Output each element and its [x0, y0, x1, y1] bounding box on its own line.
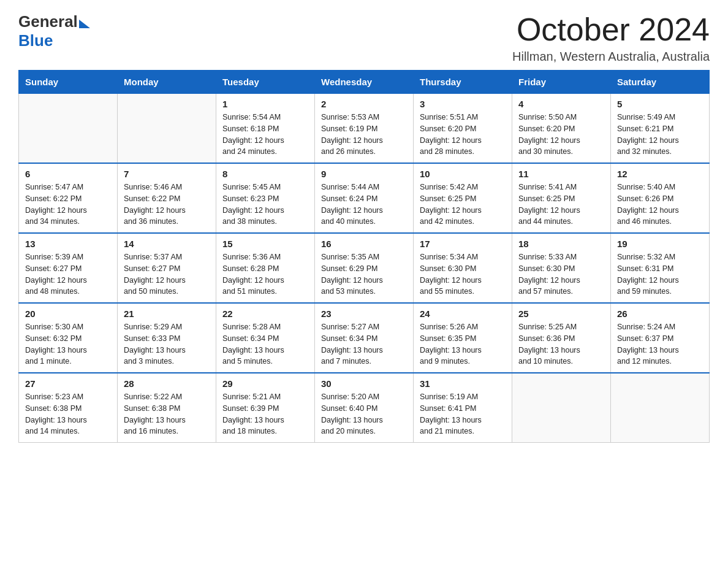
day-number: 25 — [518, 308, 604, 319]
day-info: Sunrise: 5:30 AMSunset: 6:32 PMDaylight:… — [25, 321, 111, 367]
day-info: Sunrise: 5:37 AMSunset: 6:27 PMDaylight:… — [124, 251, 210, 297]
calendar-cell: 4Sunrise: 5:50 AMSunset: 6:20 PMDaylight… — [512, 94, 611, 164]
calendar-week-1: 1Sunrise: 5:54 AMSunset: 6:18 PMDaylight… — [19, 94, 710, 164]
calendar-cell — [512, 373, 611, 443]
day-number: 1 — [222, 99, 308, 109]
day-info: Sunrise: 5:28 AMSunset: 6:34 PMDaylight:… — [222, 321, 308, 367]
day-number: 7 — [124, 169, 210, 179]
day-info: Sunrise: 5:51 AMSunset: 6:20 PMDaylight:… — [420, 112, 506, 158]
location-title: Hillman, Western Australia, Australia — [512, 50, 710, 64]
logo: General Blue — [18, 12, 90, 50]
month-title: October 2024 — [512, 12, 710, 47]
calendar-week-4: 20Sunrise: 5:30 AMSunset: 6:32 PMDayligh… — [19, 303, 710, 373]
calendar-cell: 24Sunrise: 5:26 AMSunset: 6:35 PMDayligh… — [414, 303, 512, 373]
day-info: Sunrise: 5:29 AMSunset: 6:33 PMDaylight:… — [124, 321, 210, 367]
day-number: 5 — [617, 99, 703, 109]
day-number: 15 — [222, 239, 308, 249]
calendar-cell: 18Sunrise: 5:33 AMSunset: 6:30 PMDayligh… — [512, 233, 611, 303]
calendar-cell: 7Sunrise: 5:46 AMSunset: 6:22 PMDaylight… — [118, 163, 216, 233]
day-number: 13 — [25, 239, 111, 249]
day-number: 24 — [420, 308, 506, 319]
day-info: Sunrise: 5:36 AMSunset: 6:28 PMDaylight:… — [222, 251, 308, 297]
day-info: Sunrise: 5:53 AMSunset: 6:19 PMDaylight:… — [321, 112, 407, 158]
calendar-cell: 5Sunrise: 5:49 AMSunset: 6:21 PMDaylight… — [611, 94, 710, 164]
day-info: Sunrise: 5:32 AMSunset: 6:31 PMDaylight:… — [617, 251, 703, 297]
calendar-cell: 21Sunrise: 5:29 AMSunset: 6:33 PMDayligh… — [118, 303, 216, 373]
day-info: Sunrise: 5:44 AMSunset: 6:24 PMDaylight:… — [321, 182, 407, 228]
calendar-cell: 14Sunrise: 5:37 AMSunset: 6:27 PMDayligh… — [118, 233, 216, 303]
day-number: 17 — [420, 239, 506, 249]
day-info: Sunrise: 5:27 AMSunset: 6:34 PMDaylight:… — [321, 321, 407, 367]
calendar-week-2: 6Sunrise: 5:47 AMSunset: 6:22 PMDaylight… — [19, 163, 710, 233]
day-number: 4 — [518, 99, 604, 109]
calendar-cell: 30Sunrise: 5:20 AMSunset: 6:40 PMDayligh… — [315, 373, 414, 443]
day-info: Sunrise: 5:19 AMSunset: 6:41 PMDaylight:… — [420, 391, 506, 437]
day-number: 19 — [617, 239, 703, 249]
calendar-header-row: SundayMondayTuesdayWednesdayThursdayFrid… — [19, 71, 710, 94]
day-info: Sunrise: 5:26 AMSunset: 6:35 PMDaylight:… — [420, 321, 506, 367]
day-number: 26 — [617, 308, 703, 319]
day-info: Sunrise: 5:23 AMSunset: 6:38 PMDaylight:… — [25, 391, 111, 437]
weekday-header-friday: Friday — [512, 71, 611, 94]
day-number: 2 — [321, 99, 407, 109]
calendar-cell: 6Sunrise: 5:47 AMSunset: 6:22 PMDaylight… — [19, 163, 118, 233]
weekday-header-tuesday: Tuesday — [216, 71, 315, 94]
calendar-cell: 17Sunrise: 5:34 AMSunset: 6:30 PMDayligh… — [414, 233, 512, 303]
calendar-cell: 9Sunrise: 5:44 AMSunset: 6:24 PMDaylight… — [315, 163, 414, 233]
day-info: Sunrise: 5:46 AMSunset: 6:22 PMDaylight:… — [124, 182, 210, 228]
day-info: Sunrise: 5:40 AMSunset: 6:26 PMDaylight:… — [617, 182, 703, 228]
day-number: 6 — [25, 169, 111, 179]
calendar-cell: 15Sunrise: 5:36 AMSunset: 6:28 PMDayligh… — [216, 233, 315, 303]
calendar-cell: 3Sunrise: 5:51 AMSunset: 6:20 PMDaylight… — [414, 94, 512, 164]
logo-arrow-icon — [79, 20, 90, 28]
day-number: 16 — [321, 239, 407, 249]
day-info: Sunrise: 5:45 AMSunset: 6:23 PMDaylight:… — [222, 182, 308, 228]
day-info: Sunrise: 5:24 AMSunset: 6:37 PMDaylight:… — [617, 321, 703, 367]
day-info: Sunrise: 5:25 AMSunset: 6:36 PMDaylight:… — [518, 321, 604, 367]
calendar-cell: 25Sunrise: 5:25 AMSunset: 6:36 PMDayligh… — [512, 303, 611, 373]
calendar-table: SundayMondayTuesdayWednesdayThursdayFrid… — [18, 70, 710, 443]
calendar-cell: 19Sunrise: 5:32 AMSunset: 6:31 PMDayligh… — [611, 233, 710, 303]
weekday-header-sunday: Sunday — [19, 71, 118, 94]
day-number: 31 — [420, 378, 506, 389]
day-info: Sunrise: 5:20 AMSunset: 6:40 PMDaylight:… — [321, 391, 407, 437]
day-number: 27 — [25, 378, 111, 389]
calendar-cell: 20Sunrise: 5:30 AMSunset: 6:32 PMDayligh… — [19, 303, 118, 373]
weekday-header-saturday: Saturday — [611, 71, 710, 94]
day-number: 23 — [321, 308, 407, 319]
weekday-header-wednesday: Wednesday — [315, 71, 414, 94]
day-number: 11 — [518, 169, 604, 179]
day-number: 14 — [124, 239, 210, 249]
calendar-cell: 2Sunrise: 5:53 AMSunset: 6:19 PMDaylight… — [315, 94, 414, 164]
day-info: Sunrise: 5:33 AMSunset: 6:30 PMDaylight:… — [518, 251, 604, 297]
day-info: Sunrise: 5:39 AMSunset: 6:27 PMDaylight:… — [25, 251, 111, 297]
day-number: 28 — [124, 378, 210, 389]
day-info: Sunrise: 5:54 AMSunset: 6:18 PMDaylight:… — [222, 112, 308, 158]
day-info: Sunrise: 5:22 AMSunset: 6:38 PMDaylight:… — [124, 391, 210, 437]
day-info: Sunrise: 5:21 AMSunset: 6:39 PMDaylight:… — [222, 391, 308, 437]
day-info: Sunrise: 5:34 AMSunset: 6:30 PMDaylight:… — [420, 251, 506, 297]
calendar-cell: 12Sunrise: 5:40 AMSunset: 6:26 PMDayligh… — [611, 163, 710, 233]
day-info: Sunrise: 5:47 AMSunset: 6:22 PMDaylight:… — [25, 182, 111, 228]
calendar-cell — [118, 94, 216, 164]
calendar-cell: 26Sunrise: 5:24 AMSunset: 6:37 PMDayligh… — [611, 303, 710, 373]
day-number: 3 — [420, 99, 506, 109]
weekday-header-thursday: Thursday — [414, 71, 512, 94]
calendar-cell: 16Sunrise: 5:35 AMSunset: 6:29 PMDayligh… — [315, 233, 414, 303]
calendar-cell — [19, 94, 118, 164]
day-number: 12 — [617, 169, 703, 179]
day-number: 20 — [25, 308, 111, 319]
day-info: Sunrise: 5:50 AMSunset: 6:20 PMDaylight:… — [518, 112, 604, 158]
day-number: 21 — [124, 308, 210, 319]
page-header: General Blue October 2024 Hillman, Weste… — [18, 12, 710, 64]
calendar-cell — [611, 373, 710, 443]
day-number: 8 — [222, 169, 308, 179]
calendar-cell: 28Sunrise: 5:22 AMSunset: 6:38 PMDayligh… — [118, 373, 216, 443]
calendar-cell: 22Sunrise: 5:28 AMSunset: 6:34 PMDayligh… — [216, 303, 315, 373]
calendar-cell: 31Sunrise: 5:19 AMSunset: 6:41 PMDayligh… — [414, 373, 512, 443]
calendar-cell: 13Sunrise: 5:39 AMSunset: 6:27 PMDayligh… — [19, 233, 118, 303]
day-number: 30 — [321, 378, 407, 389]
logo-general-text: General — [18, 12, 78, 31]
day-number: 10 — [420, 169, 506, 179]
day-info: Sunrise: 5:42 AMSunset: 6:25 PMDaylight:… — [420, 182, 506, 228]
